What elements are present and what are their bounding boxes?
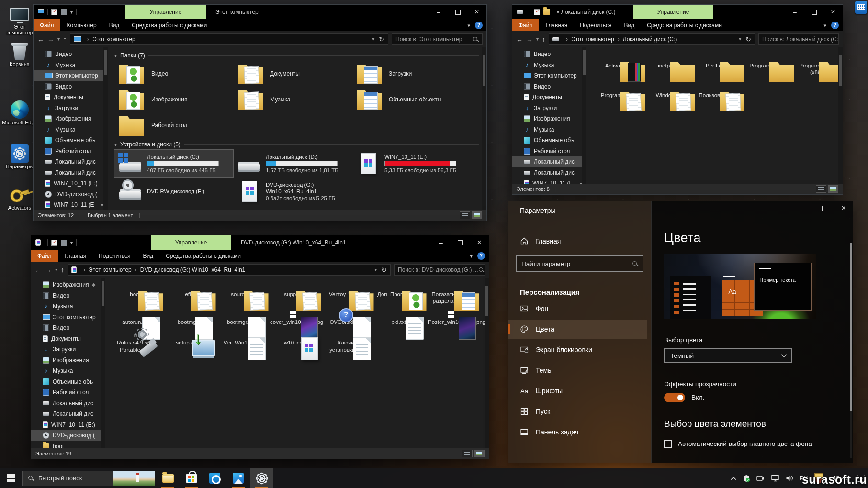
settings-nav-fonts[interactable]: Шрифты	[508, 381, 647, 400]
folder-tile[interactable]: Загрузки	[352, 61, 471, 87]
customize-qat-chevron-icon[interactable]	[70, 239, 73, 246]
sidebar-item[interactable]: Изображения	[512, 113, 582, 124]
breadcrumb[interactable]: Этот компьютер Локальный диск (C:) ▾↻	[549, 33, 755, 45]
breadcrumb-item[interactable]: Этот компьютер	[89, 266, 132, 273]
properties-icon[interactable]	[51, 240, 57, 246]
file-tile[interactable]: Activators	[593, 53, 641, 76]
sidebar-item[interactable]: Рабочий стол	[31, 387, 101, 398]
new-folder-icon[interactable]	[61, 240, 67, 246]
settings-nav-home[interactable]: Главная	[516, 233, 647, 249]
sidebar-item[interactable]: Объемные объ	[34, 135, 103, 146]
file-tile[interactable]: Program Files	[743, 53, 790, 76]
maximize-button[interactable]	[448, 5, 467, 19]
drive-tile[interactable]: DVD-дисковод (G:) Win10_x64_Ru_4in1 0 ба…	[233, 177, 352, 205]
recent-locations-chevron-icon[interactable]: ▾	[55, 267, 57, 272]
file-tile[interactable]: bootmgr	[165, 310, 211, 325]
sidebar-item[interactable]: WIN7_10_11 (E:)	[512, 178, 582, 184]
ribbon-tab-file[interactable]: Файл	[34, 19, 60, 31]
ribbon-tab[interactable]: Главная	[540, 19, 574, 31]
sidebar-item[interactable]: Объемные объ	[512, 135, 582, 146]
ribbon-tab[interactable]: Поделиться	[574, 19, 618, 31]
sidebar-item[interactable]: Локальный дис	[31, 409, 101, 420]
refresh-icon[interactable]: ↻	[379, 36, 384, 43]
ribbon-collapse-chevron-icon[interactable]	[470, 253, 473, 259]
security-shield-icon[interactable]	[743, 475, 750, 482]
ribbon-tab-file[interactable]: Файл	[512, 19, 539, 31]
computer-icon[interactable]	[38, 9, 44, 15]
recent-locations-chevron-icon[interactable]: ▾	[57, 37, 60, 42]
floating-language-icon[interactable]	[855, 1, 867, 14]
windows-disc-icon[interactable]	[35, 239, 41, 246]
maximize-button[interactable]	[815, 201, 834, 215]
search-highlight-image[interactable]	[113, 471, 155, 486]
transparency-toggle[interactable]	[664, 393, 685, 402]
file-tile[interactable]: Poster_win10_4in1.png	[428, 310, 474, 325]
breadcrumb-item[interactable]: Этот компьютер	[571, 36, 614, 43]
sidebar-item[interactable]: Загрузки	[34, 103, 103, 114]
ribbon-collapse-chevron-icon[interactable]	[467, 22, 470, 29]
folder-tile[interactable]: Видео	[114, 61, 233, 87]
sidebar-item[interactable]: WIN7_10_11 (E:)	[34, 178, 103, 189]
ribbon-tab[interactable]: Вид	[136, 250, 159, 262]
ribbon-collapse-chevron-icon[interactable]	[823, 22, 826, 29]
file-tile[interactable]: support	[270, 282, 316, 305]
file-tile[interactable]: ProgramData	[593, 83, 641, 99]
recent-locations-chevron-icon[interactable]: ▾	[536, 37, 539, 42]
settings-scrollbar[interactable]	[850, 243, 852, 458]
drive-tile[interactable]: DVD RW дисковод (F:)	[114, 177, 233, 205]
new-folder-icon[interactable]	[61, 9, 67, 15]
forward-icon[interactable]: →	[45, 266, 52, 273]
file-tile[interactable]: Показать стиль раздела диска	[428, 282, 474, 305]
help-icon[interactable]	[831, 22, 839, 29]
search-box[interactable]: Поиск в: Этот компьютер	[392, 33, 483, 45]
sidebar-item[interactable]: WIN7_10_11 (E:)	[34, 200, 103, 210]
file-tile[interactable]: Доп_Программы	[375, 282, 422, 305]
sidebar-item[interactable]: Объемные объ	[31, 377, 101, 388]
folder-tile[interactable]: Документы	[233, 61, 352, 87]
sidebar-item[interactable]: Этот компьютер	[34, 70, 103, 81]
sidebar-item[interactable]: WIN7_10_11 (E:)	[31, 420, 101, 431]
minimize-button[interactable]	[785, 5, 804, 19]
breadcrumb[interactable]: Этот компьютер DVD-дисковод (G:) Win10_x…	[68, 264, 391, 276]
title-bar[interactable]: Управление Этот компьютер	[34, 5, 486, 19]
customize-qat-chevron-icon[interactable]	[70, 9, 73, 15]
drive-tile[interactable]: WIN7_10_11 (E:) 5,33 ГБ свободно из 56,3…	[352, 150, 471, 177]
close-button[interactable]	[834, 201, 853, 215]
sidebar-item[interactable]: Документы	[31, 333, 101, 344]
back-icon[interactable]: ←	[35, 266, 42, 273]
sidebar-item[interactable]: Музыка	[31, 366, 101, 377]
file-tile[interactable]: OVGorskiy.ru	[323, 310, 369, 325]
file-tile[interactable]: cover_win10_4in1.jpg	[270, 310, 316, 325]
maximize-button[interactable]	[804, 5, 823, 19]
drive-tile[interactable]: Локальный диск (C:) 407 ГБ свободно из 4…	[114, 150, 233, 177]
back-icon[interactable]: ←	[516, 36, 523, 43]
folder-tile[interactable]: Изображения	[114, 87, 233, 112]
sidebar-item[interactable]: Изображения	[31, 279, 101, 290]
breadcrumb-item[interactable]: DVD-дисковод (G:) Win10_x64_Ru_4in1	[140, 266, 246, 273]
sidebar-item[interactable]: Музыка	[512, 60, 582, 71]
content-scrollbar[interactable]	[485, 278, 489, 448]
sidebar-item[interactable]: Локальный дис	[34, 156, 103, 167]
sidebar-item[interactable]: DVD-дисковод (	[34, 189, 103, 200]
close-button[interactable]	[823, 5, 843, 19]
refresh-icon[interactable]: ↻	[381, 266, 387, 273]
sidebar-scrollbar[interactable]	[103, 47, 108, 210]
file-tile[interactable]: bootmgr.efi	[217, 310, 264, 325]
sidebar-item[interactable]: Этот компьютер	[512, 70, 582, 81]
address-dropdown-chevron-icon[interactable]: ▾	[374, 267, 377, 272]
properties-icon[interactable]	[534, 9, 540, 15]
close-button[interactable]	[470, 235, 489, 250]
close-button[interactable]	[467, 5, 486, 19]
sidebar-item[interactable]: boot	[31, 441, 101, 449]
back-icon[interactable]: ←	[37, 36, 44, 43]
manage-contextual-tab[interactable]: Управление	[633, 5, 713, 19]
settings-nav-taskbar[interactable]: Панель задач	[508, 422, 647, 442]
up-icon[interactable]: ↑	[63, 36, 67, 43]
icons-view-button[interactable]	[472, 211, 482, 219]
forward-icon[interactable]: →	[47, 36, 54, 43]
sidebar-item[interactable]: Рабочий стол	[34, 146, 103, 157]
settings-search-input[interactable]: Найти параметр	[516, 255, 643, 272]
refresh-icon[interactable]: ↻	[745, 36, 751, 43]
content-scrollbar[interactable]	[482, 47, 486, 210]
taskbar-settings-button[interactable]	[250, 468, 273, 488]
